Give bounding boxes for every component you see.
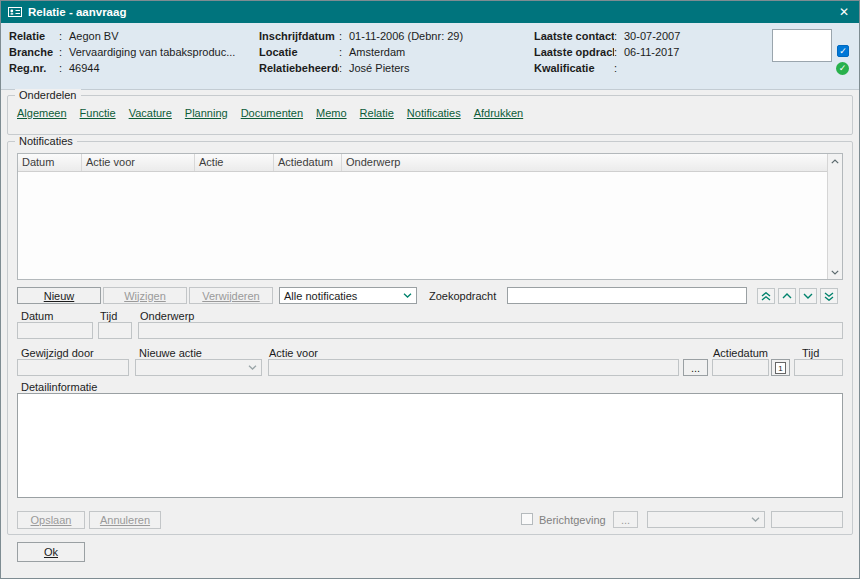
chevron-down-icon — [751, 517, 760, 522]
calendar-icon: 1 — [775, 362, 786, 374]
column-header-datum[interactable]: Datum — [18, 154, 82, 171]
tijd2-label: Tijd — [802, 347, 819, 359]
nav-last-button[interactable] — [820, 288, 838, 304]
separator: : — [614, 46, 624, 58]
tab-relatie[interactable]: Relatie — [360, 107, 394, 119]
actie-voor-browse-button[interactable]: ... — [683, 359, 708, 376]
separator: : — [339, 62, 349, 74]
detailinformatie-label: Detailinformatie — [21, 381, 97, 393]
actiedatum-label: Actiedatum — [713, 347, 768, 359]
field-value: 46944 — [69, 62, 100, 74]
notifications-table[interactable]: Datum Actie voor Actie Actiedatum Onderw… — [17, 153, 843, 280]
separator: : — [614, 62, 624, 74]
notificaties-legend: Notificaties — [15, 135, 77, 147]
close-button[interactable]: ✕ — [836, 5, 852, 19]
tab-documenten[interactable]: Documenten — [241, 107, 303, 119]
chevron-up-icon — [782, 293, 792, 299]
column-header-actiedatum[interactable]: Actiedatum — [274, 154, 342, 171]
berichtgeving-label: Berichtgeving — [539, 514, 606, 526]
field-label: Relatiebeheerde — [259, 62, 339, 74]
status-check-icon: ✓ — [836, 62, 849, 75]
datum-label: Datum — [21, 310, 53, 322]
tab-notificaties[interactable]: Notificaties — [407, 107, 461, 119]
table-vertical-scrollbar[interactable] — [827, 154, 842, 279]
onderdelen-legend: Onderdelen — [15, 89, 81, 101]
notification-filter-dropdown[interactable]: Alle notificaties — [279, 287, 417, 304]
relatie-aanvraag-window: Relatie - aanvraag ✕ Relatie:Aegon BV Br… — [0, 0, 860, 579]
filter-selected-value: Alle notificaties — [284, 290, 357, 302]
berichtgeving-browse-button: ... — [613, 511, 638, 528]
tab-algemeen[interactable]: Algemeen — [17, 107, 67, 119]
tijd-label: Tijd — [100, 310, 117, 322]
chevron-double-down-icon — [824, 292, 834, 301]
nav-first-button[interactable] — [757, 288, 775, 304]
date-picker-button[interactable]: 1 — [771, 359, 790, 376]
record-navigation — [757, 288, 838, 304]
field-label: Reg.nr. — [9, 62, 59, 74]
field-label: Inschrijfdatum — [259, 30, 339, 42]
detailinformatie-textarea[interactable] — [17, 393, 843, 498]
field-value: Amsterdam — [349, 46, 405, 58]
actie-voor-label: Actie voor — [269, 347, 318, 359]
nav-next-button[interactable] — [799, 288, 817, 304]
header-left-column: Relatie:Aegon BV Branche:Vervaardiging v… — [9, 28, 235, 76]
tab-planning[interactable]: Planning — [185, 107, 228, 119]
tab-afdrukken[interactable]: Afdrukken — [474, 107, 524, 119]
ok-button[interactable]: Ok — [17, 542, 85, 562]
checked-checkbox[interactable]: ✓ — [837, 45, 849, 57]
column-header-actie-voor[interactable]: Actie voor — [82, 154, 195, 171]
separator: : — [339, 46, 349, 58]
search-input[interactable] — [507, 287, 747, 304]
field-value: José Pieters — [349, 62, 410, 74]
scroll-up-arrow-icon[interactable] — [828, 154, 842, 168]
separator: : — [59, 62, 69, 74]
notifications-table-body — [18, 172, 842, 279]
verwijderen-button: Verwijderen — [189, 287, 273, 304]
field-value: 30-07-2007 — [624, 30, 680, 42]
relation-image-box — [772, 29, 832, 62]
actiedatum-input — [712, 359, 769, 376]
nieuwe-actie-dropdown — [135, 359, 262, 376]
field-label: Relatie — [9, 30, 59, 42]
field-value: Vervaardiging van tabaksproduc... — [69, 46, 235, 58]
window-title: Relatie - aanvraag — [28, 6, 126, 18]
wijzigen-button: Wijzigen — [103, 287, 187, 304]
berichtgeving-dropdown — [647, 511, 765, 528]
field-value: 06-11-2017 — [624, 46, 679, 58]
berichtgeving-checkbox — [521, 513, 533, 525]
tab-memo[interactable]: Memo — [316, 107, 347, 119]
separator: : — [59, 46, 69, 58]
header-row: Relatie:Aegon BV — [9, 28, 235, 44]
field-value: Aegon BV — [69, 30, 119, 42]
scroll-down-arrow-icon[interactable] — [828, 265, 842, 279]
header-row: Branche:Vervaardiging van tabaksproduc..… — [9, 44, 235, 60]
header-middle-column: Inschrijfdatum:01-11-2006 (Debnr: 29) Lo… — [259, 28, 463, 76]
separator: : — [614, 30, 624, 42]
nieuw-button[interactable]: Nieuw — [17, 287, 101, 304]
chevron-down-icon — [248, 365, 257, 370]
nav-previous-button[interactable] — [778, 288, 796, 304]
column-header-onderwerp[interactable]: Onderwerp — [342, 154, 842, 171]
header-row: Locatie:Amsterdam — [259, 44, 463, 60]
onderwerp-label: Onderwerp — [140, 310, 194, 322]
tab-vacature[interactable]: Vacature — [129, 107, 172, 119]
chevron-double-up-icon — [761, 292, 771, 301]
search-label: Zoekopdracht — [429, 290, 496, 302]
annuleren-button: Annuleren — [89, 511, 161, 529]
field-label: Kwalificatie — [534, 62, 614, 74]
berichtgeving-field — [771, 511, 843, 528]
window-icon — [8, 6, 22, 18]
header-row: Inschrijfdatum:01-11-2006 (Debnr: 29) — [259, 28, 463, 44]
field-label: Branche — [9, 46, 59, 58]
tab-functie[interactable]: Functie — [80, 107, 116, 119]
chevron-down-icon — [803, 293, 813, 299]
column-header-actie[interactable]: Actie — [195, 154, 274, 171]
field-label: Locatie — [259, 46, 339, 58]
header-row: Kwalificatie: — [534, 60, 680, 76]
separator: : — [339, 30, 349, 42]
field-label: Laatste opdrach — [534, 46, 614, 58]
header-row: Laatste opdrach:06-11-2017 — [534, 44, 680, 60]
actie-voor-input — [268, 359, 679, 376]
datum-input — [17, 322, 93, 339]
header-right-column: Laatste contact:30-07-2007 Laatste opdra… — [534, 28, 680, 76]
